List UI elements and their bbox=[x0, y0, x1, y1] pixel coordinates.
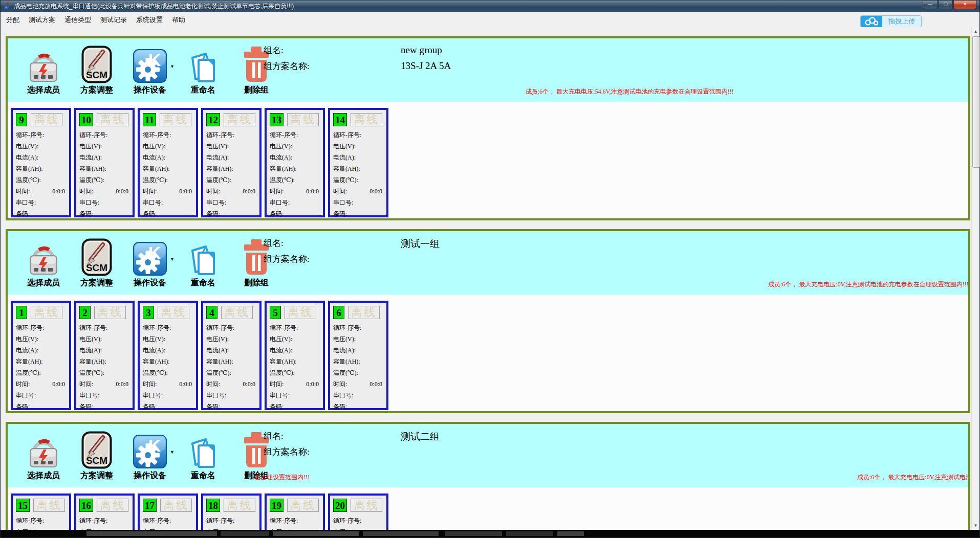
adjust-plan-button[interactable]: SCM 方案调整 bbox=[74, 236, 119, 288]
battery-cell-card[interactable]: 18 离线 循环-序号:电压(V):电流(A):容量(AH):温度(℃):时间:… bbox=[201, 494, 262, 530]
select-members-button[interactable]: 选择成员 bbox=[21, 43, 66, 96]
field-label: 容量(AH): bbox=[270, 165, 297, 173]
field-label: 条码: bbox=[206, 402, 220, 411]
menu-item-test-plan[interactable]: 测试方案 bbox=[24, 12, 60, 27]
card-field-row: 时间:0:0:0 bbox=[79, 186, 129, 197]
battery-cell-card[interactable]: 4 离线 循环-序号:电压(V):电流(A):容量(AH):温度(℃):时间:0… bbox=[201, 301, 262, 410]
select-members-button[interactable]: 选择成员 bbox=[21, 236, 66, 288]
rename-button[interactable]: 重命名 bbox=[181, 43, 226, 96]
field-label: 时间: bbox=[270, 380, 284, 389]
field-value: 0:0:0 bbox=[243, 188, 256, 195]
rename-button[interactable]: 重命名 bbox=[181, 236, 226, 288]
dropdown-arrow-icon[interactable]: ▼ bbox=[170, 257, 175, 262]
field-label: 串口号: bbox=[16, 198, 36, 207]
card-field-row: 电压(V): bbox=[16, 333, 66, 345]
adjust-plan-button[interactable]: SCM 方案调整 bbox=[74, 43, 119, 96]
battery-cell-card[interactable]: 11 离线 循环-序号:电压(V):电流(A):容量(AH):温度(℃):时间:… bbox=[138, 108, 198, 217]
battery-cell-card[interactable]: 19 离线 循环-序号:电压(V):电流(A):容量(AH):温度(℃):时间:… bbox=[265, 494, 325, 530]
vertical-scrollbar[interactable]: ▲ ▼ bbox=[971, 27, 979, 530]
card-field-row: 串口号: bbox=[270, 390, 320, 401]
battery-cell-card[interactable]: 20 离线 循环-序号:电压(V):电流(A):容量(AH):温度(℃):时间:… bbox=[328, 494, 388, 530]
field-label: 电流(A): bbox=[79, 346, 102, 355]
select-members-button[interactable]: 选择成员 bbox=[21, 429, 66, 481]
minimize-button[interactable]: — bbox=[923, 1, 938, 9]
offline-status-badge: 离线 bbox=[224, 113, 255, 126]
card-field-row: 条码: bbox=[143, 208, 193, 219]
card-fields: 循环-序号:电压(V):电流(A):容量(AH):温度(℃):时间:0:0:0串… bbox=[143, 515, 193, 530]
battery-cell-card[interactable]: 3 离线 循环-序号:电压(V):电流(A):容量(AH):温度(℃):时间:0… bbox=[138, 301, 198, 410]
field-label: 电压(V): bbox=[333, 335, 356, 344]
battery-cell-card[interactable]: 6 离线 循环-序号:电压(V):电流(A):容量(AH):温度(℃):时间:0… bbox=[328, 301, 388, 410]
field-value: 0:0:0 bbox=[243, 380, 256, 388]
field-label: 温度(℃): bbox=[16, 369, 41, 377]
field-value: 0:0:0 bbox=[369, 188, 383, 195]
group-name-label: 组名: bbox=[264, 44, 401, 56]
battery-cell-card[interactable]: 10 离线 循环-序号:电压(V):电流(A):容量(AH):温度(℃):时间:… bbox=[74, 108, 135, 217]
field-label: 时间: bbox=[333, 187, 347, 196]
battery-cell-card[interactable]: 13 离线 循环-序号:电压(V):电流(A):容量(AH):温度(℃):时间:… bbox=[265, 108, 325, 217]
field-label: 串口号: bbox=[270, 391, 290, 400]
card-field-row: 容量(AH): bbox=[333, 356, 383, 367]
battery-cell-card[interactable]: 16 离线 循环-序号:电压(V):电流(A):容量(AH):温度(℃):时间:… bbox=[74, 494, 135, 530]
drag-upload-button[interactable]: 拖拽上传 bbox=[860, 15, 922, 28]
rename-button[interactable]: 重命名 bbox=[181, 429, 226, 481]
battery-cell-card[interactable]: 1 离线 循环-序号:电压(V):电流(A):容量(AH):温度(℃):时间:0… bbox=[11, 301, 71, 410]
field-label: 循环-序号: bbox=[333, 131, 361, 140]
groups-area: 选择成员 SCM 方案调整 bbox=[1, 27, 971, 530]
scroll-down-button[interactable]: ▼ bbox=[972, 521, 979, 530]
field-label: 温度(℃): bbox=[16, 176, 41, 185]
copy-pages-icon bbox=[188, 236, 218, 276]
card-field-row: 电压(V): bbox=[270, 526, 320, 530]
card-field-row: 时间:0:0:0 bbox=[16, 378, 66, 390]
dropdown-arrow-icon[interactable]: ▼ bbox=[170, 64, 175, 69]
menu-item-allocate[interactable]: 分配 bbox=[2, 12, 24, 27]
card-field-row: 电压(V): bbox=[270, 333, 320, 345]
close-button[interactable]: ✕ bbox=[953, 1, 976, 9]
maximize-button[interactable]: ▢ bbox=[938, 1, 953, 9]
battery-cell-card[interactable]: 15 离线 循环-序号:电压(V):电流(A):容量(AH):温度(℃):时间:… bbox=[11, 494, 71, 530]
field-label: 条码: bbox=[270, 402, 284, 411]
field-label: 串口号: bbox=[206, 198, 226, 207]
field-label: 条码: bbox=[79, 402, 93, 411]
battery-cell-card[interactable]: 5 离线 循环-序号:电压(V):电流(A):容量(AH):温度(℃):时间:0… bbox=[265, 301, 325, 410]
bottom-taskbar-strip bbox=[1, 530, 979, 537]
adjust-plan-button[interactable]: SCM 方案调整 bbox=[74, 429, 119, 481]
cloud-disk-icon bbox=[861, 16, 882, 27]
field-label: 循环-序号: bbox=[16, 324, 44, 332]
battery-cell-card[interactable]: 9 离线 循环-序号:电压(V):电流(A):容量(AH):温度(℃):时间:0… bbox=[11, 108, 71, 217]
battery-cell-card[interactable]: 14 离线 循环-序号:电压(V):电流(A):容量(AH):温度(℃):时间:… bbox=[328, 108, 388, 217]
scroll-up-button[interactable]: ▲ bbox=[972, 27, 979, 36]
card-header: 3 离线 bbox=[143, 305, 193, 320]
field-label: 电压(V): bbox=[16, 142, 38, 151]
card-field-row: 温度(℃): bbox=[206, 367, 256, 378]
menu-item-test-record[interactable]: 测试记录 bbox=[96, 12, 132, 27]
menu-item-help[interactable]: 帮助 bbox=[167, 12, 190, 27]
battery-cell-card[interactable]: 12 离线 循环-序号:电压(V):电流(A):容量(AH):温度(℃):时间:… bbox=[201, 108, 262, 217]
dropdown-arrow-icon[interactable]: ▼ bbox=[170, 450, 175, 455]
field-label: 电流(A): bbox=[206, 153, 229, 162]
card-fields: 循环-序号:电压(V):电流(A):容量(AH):温度(℃):时间:0:0:0串… bbox=[79, 129, 129, 219]
operate-device-label: 操作设备 bbox=[134, 85, 166, 96]
group-name-value: 测试一组 bbox=[401, 237, 440, 251]
group-meta: 组名: 测试一组 组方案名称: bbox=[264, 237, 440, 269]
cell-number-badge: 5 bbox=[270, 306, 281, 319]
operate-device-button[interactable]: K ▼ 操作设备 bbox=[127, 43, 172, 96]
battery-cell-card[interactable]: 2 离线 循环-序号:电压(V):电流(A):容量(AH):温度(℃):时间:0… bbox=[74, 301, 135, 410]
scrollbar-thumb[interactable] bbox=[972, 36, 980, 168]
battery-cell-card[interactable]: 17 离线 循环-序号:电压(V):电流(A):容量(AH):温度(℃):时间:… bbox=[138, 494, 198, 530]
cell-number-badge: 15 bbox=[16, 499, 30, 512]
card-field-row: 电流(A): bbox=[206, 152, 256, 163]
window-title: 成品电池充放电系统_串口通信(此设备只针对带保护板成品电池老化测试,禁止测试单节… bbox=[14, 2, 294, 11]
menu-item-system-settings[interactable]: 系统设置 bbox=[132, 12, 167, 27]
card-field-row: 电流(A): bbox=[333, 152, 383, 163]
cell-number-badge: 18 bbox=[206, 499, 220, 512]
field-label: 串口号: bbox=[206, 391, 226, 400]
operate-device-button[interactable]: K ▼ 操作设备 bbox=[127, 429, 172, 481]
field-label: 温度(℃): bbox=[206, 176, 231, 185]
field-label: 电压(V): bbox=[79, 142, 102, 151]
card-field-row: 容量(AH): bbox=[270, 356, 320, 367]
field-label: 条码: bbox=[270, 210, 284, 218]
menu-item-comm-type[interactable]: 通信类型 bbox=[60, 12, 96, 27]
warning-text-right: 成员:6个， 最大充电电压:54.6V,注意测试电池的充电参数在合理设置范围内!… bbox=[526, 87, 734, 96]
operate-device-button[interactable]: K ▼ 操作设备 bbox=[127, 236, 172, 288]
